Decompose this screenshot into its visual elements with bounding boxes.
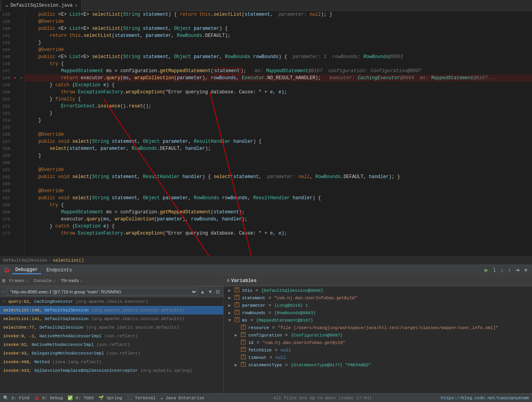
variable-item[interactable]: f id = "com.hj.dao.UserInfoDao.getById"	[224, 339, 532, 347]
variable-item[interactable]: f resource = "file [/Users/huangjing/wor…	[224, 324, 532, 332]
variable-item[interactable]: ▶ f statementType = {StatementType@8177}…	[224, 362, 532, 369]
code-line[interactable]	[25, 159, 532, 166]
frames-tab[interactable]: Frames ↗	[7, 278, 30, 284]
var-expand-icon[interactable]: ▶	[235, 362, 239, 369]
code-lines[interactable]: public <E> List<E> selectList(String sta…	[25, 11, 532, 256]
thread-filter-button[interactable]: ⊟	[215, 289, 221, 295]
line-number: 155	[0, 125, 12, 130]
find-status[interactable]: 🔍 3: Find	[3, 395, 29, 400]
code-line[interactable]: @Override	[25, 166, 532, 173]
gutter-icon: ●	[12, 76, 18, 80]
frames-toolbar: ▤ Frames ↗ Console ↗ Threads ↗	[0, 275, 223, 286]
variable-item[interactable]: f fetchSize = null	[224, 347, 532, 354]
run-to-cursor-button[interactable]: ⇥	[514, 266, 521, 274]
code-line[interactable]: }	[25, 117, 532, 124]
variable-item[interactable]: ▼ f ms = {MappedStatement@8167}	[224, 317, 532, 324]
variable-item[interactable]: ▶ f rowBounds = {RowBounds@9883}	[224, 309, 532, 317]
code-line[interactable]: return this.selectList(statement, parame…	[25, 32, 532, 39]
step-over-button[interactable]: ⤵	[492, 266, 497, 274]
code-line[interactable]: } finally {	[25, 96, 532, 103]
variable-item[interactable]: ▶ f parameter = {Long@8210} 1	[224, 302, 532, 309]
code-line[interactable]: MappedStatement ms = configuration.getMa…	[25, 209, 532, 216]
thread-up-button[interactable]: ▲	[199, 289, 206, 295]
variable-item[interactable]: ▶ f configuration = {Configuration@8087}	[224, 332, 532, 339]
thread-running-icon: ✓	[2, 289, 5, 295]
stack-frame[interactable]: selectList:148, DefaultSqlSession (org.a…	[0, 306, 223, 315]
code-line[interactable]: throw ExceptionFactory.wrapException("Er…	[25, 89, 532, 96]
endpoints-tab[interactable]: Endpoints	[44, 267, 75, 274]
code-line[interactable]: } catch (Exception e) {	[25, 82, 532, 89]
code-line[interactable]: try {	[25, 202, 532, 209]
stack-frame[interactable]: invoke:43, DelegatingMethodAccessorImpl …	[0, 349, 223, 358]
spring-status[interactable]: 🌱 Spring	[98, 395, 122, 400]
threads-tab-label: Threads	[61, 278, 79, 283]
stack-frame[interactable]: invoke:498, Method (java.lang.reflect)	[0, 358, 223, 366]
code-line[interactable]: }	[25, 39, 532, 46]
var-expand-icon[interactable]: ▶	[228, 295, 233, 302]
todo-status[interactable]: ✅ 6: TODO	[67, 395, 94, 400]
code-line[interactable]: select(statement, parameter, RowBounds.D…	[25, 145, 532, 152]
code-line[interactable]: executor.query(ms, wrapCollection(parame…	[25, 216, 532, 223]
stack-frame[interactable]: selectOne:77, DefaultSqlSession (org.apa…	[0, 323, 223, 332]
code-line[interactable]	[25, 180, 532, 187]
thread-dropdown[interactable]: "http-nio-8080-exec-1"@7,719 in group "m…	[7, 288, 197, 296]
resume-button[interactable]: ▶	[483, 266, 490, 274]
stack-frame[interactable]: invoke:433, SqlSessionTemplate$SqlSessio…	[0, 366, 223, 375]
var-expand-icon[interactable]: ▶	[228, 302, 233, 309]
debug-status[interactable]: 🐞 5: Debug	[34, 395, 63, 400]
var-expand-icon[interactable]: ▼	[228, 317, 233, 324]
code-line[interactable]: public void select(String statement, Res…	[25, 173, 532, 180]
breadcrumb-file: DefaultSqlSession	[3, 258, 47, 263]
code-line[interactable]: throw ExceptionFactory.wrapException("Er…	[25, 230, 532, 237]
code-line[interactable]: @Override	[25, 46, 532, 53]
code-line[interactable]: @Override	[25, 18, 532, 25]
code-line[interactable]	[25, 124, 532, 131]
threads-tab[interactable]: Threads ↗	[59, 278, 84, 284]
gutter-row: 145	[0, 53, 24, 60]
code-line[interactable]: ErrorContext.instance().reset();	[25, 103, 532, 110]
evaluate-button[interactable]: ≡	[523, 266, 529, 274]
code-line[interactable]: } catch (Exception e) {	[25, 223, 532, 230]
stack-frame[interactable]: ✓ query:82, CachingExecutor (org.apache.…	[0, 297, 223, 306]
var-expand-icon[interactable]: ▶	[228, 287, 233, 294]
stack-frame[interactable]: invoke:0, -1, NativeMethodAccessorImpl (…	[0, 332, 223, 340]
java-enterprise-status[interactable]: ☕ Java Enterprise	[160, 395, 204, 400]
tab-bar: ☕ DefaultSqlSession.java ✕	[0, 0, 532, 11]
var-eq: =	[285, 362, 288, 369]
code-line[interactable]: }	[25, 152, 532, 159]
variable-item[interactable]: ▶ f this = {DefaultSqlSession@9866}	[224, 287, 532, 295]
debugger-tab[interactable]: Debugger	[12, 266, 41, 274]
code-line[interactable]: MappedStatement ms = configuration.getMa…	[25, 67, 532, 75]
stack-frame[interactable]: invoke:62, NativeMethodAccessorImpl (sun…	[0, 340, 223, 349]
debug-session-row: 🐞 Debugger Endpoints ▶ ⤵ ↓ ↑ ⇥ ≡	[0, 265, 532, 275]
var-value: "com.hj.dao.UserInfoDao.getById"	[274, 295, 357, 302]
code-line[interactable]: return executor.query(ms, wrapCollection…	[25, 75, 532, 82]
code-line[interactable]: public <E> List<E> selectList(String sta…	[25, 25, 532, 32]
variable-item[interactable]: ▶ f statement = "com.hj.dao.UserInfoDao.…	[224, 295, 532, 302]
stack-frame[interactable]: selectList:141, DefaultSqlSession (org.a…	[0, 315, 223, 323]
tab-close-button[interactable]: ✕	[75, 3, 77, 8]
step-into-button[interactable]: ↓	[499, 266, 505, 274]
code-line[interactable]: public void select(String statement, Obj…	[25, 138, 532, 145]
code-line[interactable]: try {	[25, 60, 532, 67]
code-line[interactable]: public <E> List<E> selectList(String sta…	[25, 11, 532, 18]
file-tab[interactable]: ☕ DefaultSqlSession.java ✕	[2, 0, 82, 11]
code-editor[interactable]: 135 139 140 141 142	[0, 11, 532, 256]
thread-down-button[interactable]: ▼	[207, 289, 214, 295]
code-line[interactable]: @Override	[25, 131, 532, 138]
var-expand-icon[interactable]: ▶	[228, 310, 233, 317]
var-eq: =	[268, 302, 271, 309]
code-line[interactable]: public <E> List<E> selectList(String sta…	[25, 53, 532, 60]
variable-item[interactable]: f timeout = null	[224, 354, 532, 362]
var-expand-icon[interactable]: ▶	[235, 332, 239, 339]
terminal-status[interactable]: ⬛ Terminal	[127, 395, 155, 400]
code-line[interactable]: }	[25, 110, 532, 117]
gutter-row: 162	[0, 173, 24, 180]
code-line[interactable]: @Override	[25, 187, 532, 195]
code-line[interactable]: public void select(String statement, Obj…	[25, 195, 532, 202]
var-eq: =	[268, 310, 271, 317]
var-name: statement	[242, 295, 265, 302]
console-tab[interactable]: Console ↗	[32, 278, 57, 284]
step-out-button[interactable]: ↑	[506, 266, 512, 274]
breadcrumb-method: selectList()	[53, 258, 84, 263]
